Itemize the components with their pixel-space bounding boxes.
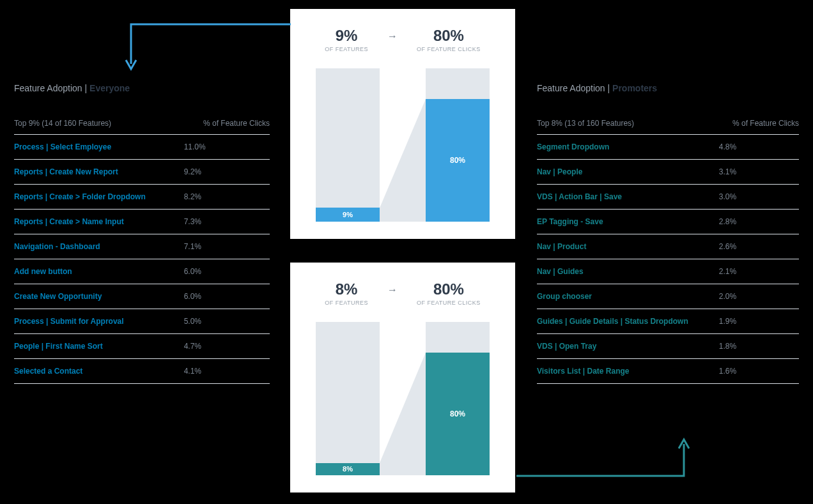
table-row: Reports | Create > Folder Dropdown8.2%	[14, 185, 270, 210]
feature-pct: 8.2%	[184, 185, 270, 210]
feature-name[interactable]: People | First Name Sort	[14, 334, 184, 359]
feature-name[interactable]: Reports | Create > Name Input	[14, 210, 184, 234]
connector-arrow-promoters	[511, 434, 697, 485]
col-header-feature: Top 9% (14 of 160 Features)	[14, 112, 184, 135]
feature-name[interactable]: Reports | Create > Folder Dropdown	[14, 185, 184, 210]
feature-pct: 2.1%	[719, 259, 799, 284]
arrow-right-icon: →	[387, 31, 398, 42]
feature-pct: 1.9%	[719, 309, 799, 334]
feature-pct: 3.0%	[719, 185, 799, 210]
feature-name[interactable]: Navigation - Dashboard	[14, 234, 184, 259]
title-segment: Everyone	[89, 83, 130, 93]
feature-pct: 1.8%	[719, 334, 799, 359]
feature-pct: 2.6%	[719, 234, 799, 259]
arrow-right-icon: →	[387, 284, 398, 296]
feature-adoption-promoters-panel: Feature Adoption | Promoters Top 8% (13 …	[537, 83, 799, 384]
feature-name[interactable]: Create New Opportunity	[14, 284, 184, 309]
chart-header: 9% OF FEATURES → 80% OF FEATURE CLICKS	[290, 9, 515, 59]
feature-adoption-everyone-panel: Feature Adoption | Everyone Top 9% (14 o…	[14, 83, 270, 384]
table-row: Nav | Guides2.1%	[537, 259, 799, 284]
feature-name[interactable]: Nav | People	[537, 160, 719, 185]
chart-card-promoters: 8% OF FEATURES → 80% OF FEATURE CLICKS 8…	[290, 263, 515, 493]
stat-label: OF FEATURES	[325, 300, 368, 306]
chart-left-stat: 8% OF FEATURES	[325, 280, 368, 306]
bar-label: 80%	[450, 156, 465, 165]
stat-label: OF FEATURE CLICKS	[417, 300, 481, 306]
table-row: VDS | Action Bar | Save3.0%	[537, 185, 799, 210]
table-row: EP Tagging - Save2.8%	[537, 210, 799, 234]
chart-right-stat: 80% OF FEATURE CLICKS	[417, 27, 481, 52]
feature-name[interactable]: Nav | Product	[537, 234, 719, 259]
feature-name[interactable]: Guides | Guide Details | Status Dropdown	[537, 309, 719, 334]
feature-pct: 1.6%	[719, 359, 799, 384]
feature-pct: 2.8%	[719, 210, 799, 234]
col-header-feature: Top 8% (13 of 160 Features)	[537, 112, 719, 135]
feature-table-promoters: Top 8% (13 of 160 Features) % of Feature…	[537, 112, 799, 384]
bar-clicks: 80%	[426, 322, 490, 475]
col-header-pct: % of Feature Clicks	[719, 112, 799, 135]
table-row: Reports | Create > Name Input7.3%	[14, 210, 270, 234]
feature-name[interactable]: Segment Dropdown	[537, 135, 719, 160]
chart-left-stat: 9% OF FEATURES	[325, 27, 368, 52]
feature-pct: 3.1%	[719, 160, 799, 185]
bar-label: 80%	[450, 409, 465, 418]
bar-fill: 80%	[426, 353, 490, 475]
stat-value: 80%	[417, 27, 481, 45]
svg-marker-0	[380, 99, 426, 222]
col-header-pct: % of Feature Clicks	[184, 112, 270, 135]
table-row: VDS | Open Tray1.8%	[537, 334, 799, 359]
svg-marker-1	[380, 353, 426, 475]
feature-name[interactable]: Selected a Contact	[14, 359, 184, 384]
chart-card-everyone: 9% OF FEATURES → 80% OF FEATURE CLICKS 9…	[290, 9, 515, 239]
feature-name[interactable]: Visitors List | Date Range	[537, 359, 719, 384]
feature-pct: 4.8%	[719, 135, 799, 160]
bar-fill: 9%	[316, 208, 380, 222]
bar-features: 8%	[316, 322, 380, 475]
title-prefix: Feature Adoption |	[14, 83, 89, 93]
feature-name[interactable]: EP Tagging - Save	[537, 210, 719, 234]
bar-features: 9%	[316, 68, 380, 222]
table-row: Process | Submit for Approval5.0%	[14, 309, 270, 334]
feature-pct: 4.7%	[184, 334, 270, 359]
stat-label: OF FEATURES	[325, 46, 368, 52]
table-row: Nav | People3.1%	[537, 160, 799, 185]
table-row: Visitors List | Date Range1.6%	[537, 359, 799, 384]
table-row: Nav | Product2.6%	[537, 234, 799, 259]
bar-label: 9%	[343, 211, 353, 218]
table-row: Create New Opportunity6.0%	[14, 284, 270, 309]
feature-name[interactable]: Process | Submit for Approval	[14, 309, 184, 334]
title-segment: Promoters	[612, 83, 657, 93]
feature-name[interactable]: Reports | Create New Report	[14, 160, 184, 185]
feature-name[interactable]: Process | Select Employee	[14, 135, 184, 160]
feature-pct: 7.3%	[184, 210, 270, 234]
stat-value: 8%	[325, 280, 368, 298]
feature-table-everyone: Top 9% (14 of 160 Features) % of Feature…	[14, 112, 270, 384]
chart-right-stat: 80% OF FEATURE CLICKS	[417, 280, 481, 306]
feature-pct: 7.1%	[184, 234, 270, 259]
chart-bars: 8% 80%	[309, 312, 496, 475]
connector-arrow-everyone	[121, 18, 294, 75]
feature-name[interactable]: VDS | Open Tray	[537, 334, 719, 359]
panel-title: Feature Adoption | Promoters	[537, 83, 799, 93]
table-row: Process | Select Employee11.0%	[14, 135, 270, 160]
table-row: Navigation - Dashboard7.1%	[14, 234, 270, 259]
table-row: Guides | Guide Details | Status Dropdown…	[537, 309, 799, 334]
title-prefix: Feature Adoption |	[537, 83, 612, 93]
chart-bars: 9% 80%	[309, 59, 496, 222]
feature-name[interactable]: VDS | Action Bar | Save	[537, 185, 719, 210]
feature-pct: 2.0%	[719, 284, 799, 309]
bar-fill: 8%	[316, 463, 380, 475]
feature-name[interactable]: Add new button	[14, 259, 184, 284]
stat-label: OF FEATURE CLICKS	[417, 46, 481, 52]
table-row: People | First Name Sort4.7%	[14, 334, 270, 359]
bar-clicks: 80%	[426, 68, 490, 222]
table-row: Selected a Contact4.1%	[14, 359, 270, 384]
panel-title: Feature Adoption | Everyone	[14, 83, 270, 93]
stat-value: 80%	[417, 280, 481, 298]
feature-name[interactable]: Nav | Guides	[537, 259, 719, 284]
table-row: Reports | Create New Report9.2%	[14, 160, 270, 185]
chart-header: 8% OF FEATURES → 80% OF FEATURE CLICKS	[290, 263, 515, 312]
stat-value: 9%	[325, 27, 368, 45]
connector-shape	[380, 68, 426, 222]
feature-name[interactable]: Group chooser	[537, 284, 719, 309]
